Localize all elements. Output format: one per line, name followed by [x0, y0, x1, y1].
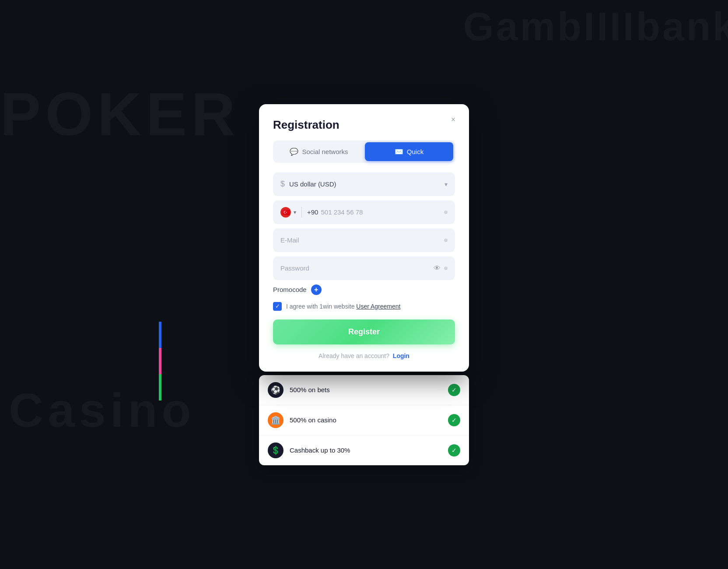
user-agreement-link[interactable]: User Agreement: [356, 303, 400, 310]
country-selector[interactable]: ▾: [280, 207, 302, 218]
promo-item-cashback: 💲 Cashback up to 30% ✓: [259, 436, 469, 465]
left-accent-bars: [159, 322, 161, 400]
checkmark-cashback-icon: ✓: [452, 447, 457, 454]
promotions-card: ⚽ 500% on bets ✓ 🏛️ 500% on casino ✓ 💲 C…: [259, 375, 469, 465]
login-link[interactable]: Login: [393, 352, 410, 359]
casino-icon: 🏛️: [268, 412, 284, 428]
promo-bets-text: 500% on bets: [290, 386, 448, 393]
modal-wrapper: Registration × 💬 Social networks ✉️ Quic…: [259, 104, 469, 465]
checkmark-casino-icon: ✓: [452, 417, 457, 424]
checkmark-bets-icon: ✓: [452, 386, 457, 393]
register-button[interactable]: Register: [273, 320, 455, 344]
login-row: Already have an account? Login: [273, 352, 455, 359]
email-field-container: [273, 228, 455, 252]
agreement-text: I agree with 1win website User Agreement: [286, 303, 400, 310]
modal-title: Registration: [273, 118, 455, 132]
already-account-text: Already have an account?: [318, 352, 389, 359]
email-field-dot: [444, 239, 448, 242]
currency-select[interactable]: US dollar (USD) Euro (EUR) British Pound…: [289, 180, 444, 188]
tab-switcher: 💬 Social networks ✉️ Quick: [273, 140, 455, 163]
bg-casino-text: Casino: [9, 382, 196, 438]
turkey-flag-icon: [280, 207, 291, 218]
cashback-icon: 💲: [268, 443, 284, 458]
tab-social-label: Social networks: [302, 148, 348, 155]
promo-cashback-text: Cashback up to 30%: [290, 446, 448, 454]
bg-brand-text: GambIIIIbank: [463, 4, 728, 49]
email-input[interactable]: [280, 236, 444, 244]
agreement-row: ✓ I agree with 1win website User Agreeme…: [273, 302, 455, 311]
currency-field: $ US dollar (USD) Euro (EUR) British Pou…: [273, 172, 455, 196]
social-icon: 💬: [290, 148, 298, 156]
promocode-row: Promocode +: [273, 284, 455, 295]
tab-quick-label: Quick: [407, 148, 424, 155]
soccer-icon: ⚽: [268, 382, 284, 398]
password-field-dot: [444, 267, 448, 270]
promo-item-casino: 🏛️ 500% on casino ✓: [259, 405, 469, 436]
phone-prefix: +90: [307, 208, 318, 216]
close-button[interactable]: ×: [446, 113, 460, 127]
promo-casino-check: ✓: [448, 414, 460, 426]
promo-item-bets: ⚽ 500% on bets ✓: [259, 375, 469, 405]
chevron-down-icon: ▾: [444, 181, 448, 188]
password-input[interactable]: [280, 264, 434, 272]
promo-casino-text: 500% on casino: [290, 416, 448, 424]
password-icons: 👁: [434, 264, 448, 272]
email-icon: ✉️: [395, 148, 403, 156]
agreement-checkbox[interactable]: ✓: [273, 302, 282, 311]
dollar-icon: $: [280, 179, 285, 189]
bg-poker-text: POKER: [0, 79, 240, 150]
promocode-add-button[interactable]: +: [311, 284, 322, 295]
phone-field: ▾ +90: [273, 200, 455, 224]
tab-social[interactable]: 💬 Social networks: [275, 142, 363, 161]
country-chevron-icon: ▾: [294, 209, 296, 215]
promo-cashback-check: ✓: [448, 444, 460, 457]
phone-field-dot: [444, 211, 448, 214]
promocode-label: Promocode: [273, 286, 307, 293]
phone-input[interactable]: [321, 208, 444, 216]
eye-icon[interactable]: 👁: [434, 264, 441, 272]
tab-quick[interactable]: ✉️ Quick: [365, 142, 453, 161]
password-field-container: 👁: [273, 256, 455, 280]
registration-modal: Registration × 💬 Social networks ✉️ Quic…: [259, 104, 469, 372]
promo-bets-check: ✓: [448, 384, 460, 396]
checkmark-icon: ✓: [275, 303, 280, 309]
